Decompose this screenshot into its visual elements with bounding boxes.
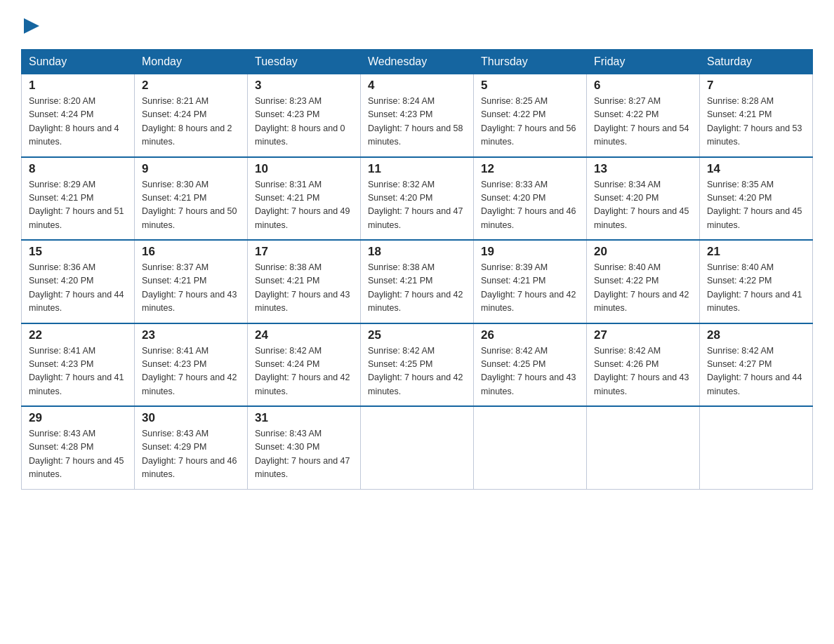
table-row: 11Sunrise: 8:32 AMSunset: 4:20 PMDayligh…	[361, 157, 474, 241]
day-info: Sunrise: 8:28 AMSunset: 4:21 PMDaylight:…	[707, 95, 805, 149]
table-row: 4Sunrise: 8:24 AMSunset: 4:23 PMDaylight…	[361, 74, 474, 157]
day-number: 10	[255, 162, 353, 176]
day-info: Sunrise: 8:34 AMSunset: 4:20 PMDaylight:…	[594, 178, 692, 233]
day-number: 26	[481, 328, 579, 342]
table-row: 29Sunrise: 8:43 AMSunset: 4:28 PMDayligh…	[22, 406, 135, 489]
table-row: 19Sunrise: 8:39 AMSunset: 4:21 PMDayligh…	[474, 240, 587, 323]
day-number: 9	[142, 162, 240, 176]
day-info: Sunrise: 8:41 AMSunset: 4:23 PMDaylight:…	[142, 344, 240, 399]
weekday-header-row: SundayMondayTuesdayWednesdayThursdayFrid…	[22, 50, 813, 74]
table-row: 12Sunrise: 8:33 AMSunset: 4:20 PMDayligh…	[474, 157, 587, 241]
day-number: 6	[594, 79, 692, 93]
day-number: 14	[707, 162, 805, 176]
table-row: 26Sunrise: 8:42 AMSunset: 4:25 PMDayligh…	[474, 323, 587, 407]
table-row	[700, 406, 813, 489]
week-row-2: 8Sunrise: 8:29 AMSunset: 4:21 PMDaylight…	[22, 157, 813, 241]
day-number: 13	[594, 162, 692, 176]
day-number: 2	[142, 79, 240, 93]
table-row	[474, 406, 587, 489]
day-number: 27	[594, 328, 692, 342]
day-number: 20	[594, 245, 692, 259]
day-number: 30	[142, 411, 240, 425]
day-info: Sunrise: 8:38 AMSunset: 4:21 PMDaylight:…	[255, 261, 353, 316]
day-info: Sunrise: 8:42 AMSunset: 4:27 PMDaylight:…	[707, 344, 805, 399]
table-row: 13Sunrise: 8:34 AMSunset: 4:20 PMDayligh…	[587, 157, 700, 241]
table-row: 10Sunrise: 8:31 AMSunset: 4:21 PMDayligh…	[248, 157, 361, 241]
table-row: 17Sunrise: 8:38 AMSunset: 4:21 PMDayligh…	[248, 240, 361, 323]
table-row: 31Sunrise: 8:43 AMSunset: 4:30 PMDayligh…	[248, 406, 361, 489]
header-friday: Friday	[587, 50, 700, 74]
day-number: 5	[481, 79, 579, 93]
table-row: 24Sunrise: 8:42 AMSunset: 4:24 PMDayligh…	[248, 323, 361, 407]
day-number: 19	[481, 245, 579, 259]
table-row: 16Sunrise: 8:37 AMSunset: 4:21 PMDayligh…	[135, 240, 248, 323]
table-row: 14Sunrise: 8:35 AMSunset: 4:20 PMDayligh…	[700, 157, 813, 241]
day-info: Sunrise: 8:39 AMSunset: 4:21 PMDaylight:…	[481, 261, 579, 316]
header-tuesday: Tuesday	[248, 50, 361, 74]
table-row: 30Sunrise: 8:43 AMSunset: 4:29 PMDayligh…	[135, 406, 248, 489]
day-number: 22	[29, 328, 127, 342]
day-info: Sunrise: 8:41 AMSunset: 4:23 PMDaylight:…	[29, 344, 127, 399]
table-row: 20Sunrise: 8:40 AMSunset: 4:22 PMDayligh…	[587, 240, 700, 323]
day-number: 18	[368, 245, 466, 259]
day-number: 28	[707, 328, 805, 342]
day-info: Sunrise: 8:27 AMSunset: 4:22 PMDaylight:…	[594, 95, 692, 149]
day-info: Sunrise: 8:24 AMSunset: 4:23 PMDaylight:…	[368, 95, 466, 149]
table-row: 27Sunrise: 8:42 AMSunset: 4:26 PMDayligh…	[587, 323, 700, 407]
page-header	[21, 14, 813, 36]
table-row	[361, 406, 474, 489]
day-info: Sunrise: 8:20 AMSunset: 4:24 PMDaylight:…	[29, 95, 127, 149]
table-row: 1Sunrise: 8:20 AMSunset: 4:24 PMDaylight…	[22, 74, 135, 157]
table-row: 25Sunrise: 8:42 AMSunset: 4:25 PMDayligh…	[361, 323, 474, 407]
day-info: Sunrise: 8:42 AMSunset: 4:25 PMDaylight:…	[368, 344, 466, 399]
table-row: 2Sunrise: 8:21 AMSunset: 4:24 PMDaylight…	[135, 74, 248, 157]
logo	[21, 14, 39, 36]
table-row: 5Sunrise: 8:25 AMSunset: 4:22 PMDaylight…	[474, 74, 587, 157]
week-row-1: 1Sunrise: 8:20 AMSunset: 4:24 PMDaylight…	[22, 74, 813, 157]
day-number: 7	[707, 79, 805, 93]
day-number: 8	[29, 162, 127, 176]
day-info: Sunrise: 8:35 AMSunset: 4:20 PMDaylight:…	[707, 178, 805, 233]
day-info: Sunrise: 8:38 AMSunset: 4:21 PMDaylight:…	[368, 261, 466, 316]
day-info: Sunrise: 8:43 AMSunset: 4:29 PMDaylight:…	[142, 427, 240, 482]
week-row-3: 15Sunrise: 8:36 AMSunset: 4:20 PMDayligh…	[22, 240, 813, 323]
table-row: 8Sunrise: 8:29 AMSunset: 4:21 PMDaylight…	[22, 157, 135, 241]
day-info: Sunrise: 8:25 AMSunset: 4:22 PMDaylight:…	[481, 95, 579, 149]
table-row: 21Sunrise: 8:40 AMSunset: 4:22 PMDayligh…	[700, 240, 813, 323]
day-info: Sunrise: 8:31 AMSunset: 4:21 PMDaylight:…	[255, 178, 353, 233]
day-number: 29	[29, 411, 127, 425]
day-info: Sunrise: 8:23 AMSunset: 4:23 PMDaylight:…	[255, 95, 353, 149]
header-monday: Monday	[135, 50, 248, 74]
table-row: 7Sunrise: 8:28 AMSunset: 4:21 PMDaylight…	[700, 74, 813, 157]
week-row-4: 22Sunrise: 8:41 AMSunset: 4:23 PMDayligh…	[22, 323, 813, 407]
day-info: Sunrise: 8:29 AMSunset: 4:21 PMDaylight:…	[29, 178, 127, 233]
day-number: 15	[29, 245, 127, 259]
day-info: Sunrise: 8:40 AMSunset: 4:22 PMDaylight:…	[707, 261, 805, 316]
day-info: Sunrise: 8:42 AMSunset: 4:24 PMDaylight:…	[255, 344, 353, 399]
table-row: 6Sunrise: 8:27 AMSunset: 4:22 PMDaylight…	[587, 74, 700, 157]
day-number: 11	[368, 162, 466, 176]
day-info: Sunrise: 8:33 AMSunset: 4:20 PMDaylight:…	[481, 178, 579, 233]
day-info: Sunrise: 8:32 AMSunset: 4:20 PMDaylight:…	[368, 178, 466, 233]
table-row: 28Sunrise: 8:42 AMSunset: 4:27 PMDayligh…	[700, 323, 813, 407]
day-number: 31	[255, 411, 353, 425]
day-info: Sunrise: 8:21 AMSunset: 4:24 PMDaylight:…	[142, 95, 240, 149]
day-info: Sunrise: 8:30 AMSunset: 4:21 PMDaylight:…	[142, 178, 240, 233]
table-row	[587, 406, 700, 489]
day-number: 24	[255, 328, 353, 342]
day-info: Sunrise: 8:40 AMSunset: 4:22 PMDaylight:…	[594, 261, 692, 316]
day-number: 4	[368, 79, 466, 93]
day-number: 12	[481, 162, 579, 176]
day-number: 17	[255, 245, 353, 259]
table-row: 18Sunrise: 8:38 AMSunset: 4:21 PMDayligh…	[361, 240, 474, 323]
header-sunday: Sunday	[22, 50, 135, 74]
table-row: 3Sunrise: 8:23 AMSunset: 4:23 PMDaylight…	[248, 74, 361, 157]
header-saturday: Saturday	[700, 50, 813, 74]
day-number: 3	[255, 79, 353, 93]
day-info: Sunrise: 8:43 AMSunset: 4:30 PMDaylight:…	[255, 427, 353, 482]
svg-marker-0	[24, 18, 39, 34]
day-info: Sunrise: 8:36 AMSunset: 4:20 PMDaylight:…	[29, 261, 127, 316]
day-number: 1	[29, 79, 127, 93]
day-info: Sunrise: 8:43 AMSunset: 4:28 PMDaylight:…	[29, 427, 127, 482]
day-info: Sunrise: 8:37 AMSunset: 4:21 PMDaylight:…	[142, 261, 240, 316]
